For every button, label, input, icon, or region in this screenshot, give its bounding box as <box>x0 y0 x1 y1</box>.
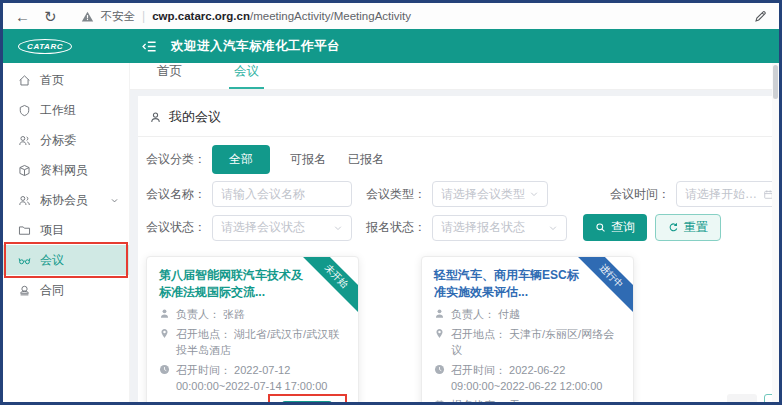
meeting-card[interactable]: 进行中 轻型汽车、商用车辆ESC标准实施效果评估... 负责人： 付越 召开地点… <box>421 256 634 405</box>
meeting-type-select[interactable]: 请选择会议类型 <box>432 181 548 207</box>
location-label: 召开地点： <box>176 328 231 340</box>
filters: 会议分类： 全部 可报名 已报名 会议名称： 会议类型： 请选择会议类型 <box>138 137 779 241</box>
sidebar-item-label: 分标委 <box>40 132 76 149</box>
reset-button[interactable]: 重置 <box>655 214 721 241</box>
sidebar-item-label: 资料网员 <box>40 162 88 179</box>
url-text: cwp.catarc.org.cn/meetingActivity/Meetin… <box>152 10 411 22</box>
owner-value: 张路 <box>223 308 245 320</box>
signup-status-label: 报名状态： <box>366 219 426 236</box>
tab-meeting[interactable]: 会议 <box>229 63 264 89</box>
meeting-type-placeholder: 请选择会议类型 <box>441 186 525 203</box>
signup-button[interactable]: 报 名 <box>282 401 332 405</box>
location-row: 召开地点： 天津市/东丽区/网络会议 <box>434 327 621 359</box>
my-meetings-panel: 我的会议 会议分类： 全部 可报名 已报名 会议名称： 会议类型： <box>138 96 779 405</box>
meeting-status-select[interactable]: 请选择会议状态 <box>212 215 352 241</box>
url-path: /meetingActivity/MeetingActivity <box>250 10 411 22</box>
sidebar-item-subcommittee[interactable]: 分标委 <box>3 125 129 155</box>
category-all-button[interactable]: 全部 <box>212 145 270 174</box>
users-icon <box>18 134 31 147</box>
security-warning-label: 不安全 <box>101 9 136 24</box>
meeting-name-input[interactable] <box>212 181 352 207</box>
sidebar-item-label: 工作组 <box>40 102 76 119</box>
location-pin-icon <box>159 328 170 339</box>
security-warning-icon <box>81 10 94 23</box>
time-row: 召开时间： 2022-07-12 00:00:00~2022-07-14 17:… <box>159 363 346 395</box>
app-header: CATARC 欢迎进入汽车标准化工作平台 <box>3 29 779 63</box>
owner-label: 负责人： <box>176 308 220 320</box>
tab-home[interactable]: 首页 <box>152 63 187 89</box>
search-button-label: 查询 <box>611 219 635 236</box>
reset-button-label: 重置 <box>684 219 708 236</box>
reload-icon[interactable]: ↻ <box>44 9 57 24</box>
scrollbar-thumb[interactable] <box>773 65 778 99</box>
address-bar[interactable]: 不安全 | cwp.catarc.org.cn/meetingActivity/… <box>81 9 754 24</box>
time-row: 召开时间： 2022-06-22 09:00:00~2022-06-22 12:… <box>434 363 621 395</box>
url-domain: cwp.catarc.org.cn <box>152 10 250 22</box>
signup-status-select[interactable]: 请选择报名状态 <box>432 215 567 241</box>
person-icon <box>159 308 170 319</box>
owner-row: 负责人： 张路 <box>159 307 346 323</box>
back-icon[interactable]: ← <box>15 9 30 24</box>
meeting-status-placeholder: 请选择会议状态 <box>221 219 305 236</box>
sidebar-item-label: 标协会员 <box>40 192 88 209</box>
chevron-down-icon <box>333 223 343 233</box>
url-separator: | <box>142 9 145 23</box>
sidebar-item-workgroup[interactable]: 工作组 <box>3 95 129 125</box>
signup-status-value: 无 <box>509 399 520 405</box>
sidebar-item-label: 首页 <box>40 72 64 89</box>
sidebar-item-label: 合同 <box>40 282 64 299</box>
location-label: 召开地点： <box>451 328 506 340</box>
content-area: 我的会议 会议分类： 全部 可报名 已报名 会议名称： 会议类型： <box>130 90 779 405</box>
home-icon <box>18 74 31 87</box>
badge-icon <box>18 104 31 117</box>
welcome-title: 欢迎进入汽车标准化工作平台 <box>171 38 340 55</box>
sidebar-item-association-member[interactable]: 标协会员 <box>3 185 129 215</box>
sidebar-item-data-member[interactable]: 资料网员 <box>3 155 129 185</box>
meeting-time-label: 会议时间： <box>610 186 670 203</box>
owner-label: 负责人： <box>451 308 495 320</box>
scrollbar[interactable] <box>772 63 779 402</box>
pen-icon[interactable] <box>754 10 767 23</box>
sidebar-item-home[interactable]: 首页 <box>3 65 129 95</box>
sidebar-item-label: 会议 <box>40 252 64 269</box>
signup-status-label: 报名状态： <box>451 399 506 405</box>
filter-row-2: 会议状态： 请选择会议状态 报名状态： 请选择报名状态 <box>146 214 779 241</box>
meeting-title[interactable]: 第八届智能网联汽车技术及标准法规国际交流... <box>159 267 310 302</box>
sidebar-toggle-icon[interactable] <box>142 39 157 54</box>
category-signed-button[interactable]: 已报名 <box>346 145 386 174</box>
sidebar-item-meeting[interactable]: 会议 <box>3 245 129 275</box>
category-row: 会议分类： 全部 可报名 已报名 <box>146 145 779 174</box>
clock-icon <box>159 364 170 375</box>
annotation-box-signup <box>268 394 347 405</box>
folder-icon <box>18 224 31 237</box>
tab-bar: 首页 会议 <box>130 63 779 90</box>
category-open-button[interactable]: 可报名 <box>288 145 328 174</box>
pagination-control[interactable] <box>727 394 757 405</box>
search-button[interactable]: 查询 <box>583 214 647 241</box>
sidebar: 首页 工作组 分标委 资料网员 标协会员 项目 <box>3 63 130 402</box>
browser-toolbar: ← ↻ 不安全 | cwp.catarc.org.cn/meetingActiv… <box>3 3 779 29</box>
meeting-status-label: 会议状态： <box>146 219 206 236</box>
owner-value: 付越 <box>498 308 520 320</box>
box-icon <box>18 164 31 177</box>
stamp-icon <box>18 284 31 297</box>
sidebar-item-contract[interactable]: 合同 <box>3 275 129 305</box>
panel-header: 我的会议 <box>138 96 779 137</box>
sidebar-item-label: 项目 <box>40 222 64 239</box>
filter-row-1: 会议名称： 会议类型： 请选择会议类型 会议时间： 请选择开始日期 <box>146 181 779 207</box>
time-label: 召开时间： <box>176 364 231 376</box>
calendar-icon <box>434 399 445 405</box>
search-icon <box>595 222 606 233</box>
location-pin-icon <box>434 328 445 339</box>
meeting-time-start-input[interactable]: 请选择开始日期 <box>676 181 782 207</box>
meeting-card[interactable]: 未开始 第八届智能网联汽车技术及标准法规国际交流... 负责人： 张路 召开地点… <box>146 256 359 405</box>
meeting-title[interactable]: 轻型汽车、商用车辆ESC标准实施效果评估... <box>434 267 585 302</box>
chevron-down-icon <box>529 189 539 199</box>
panel-title: 我的会议 <box>169 108 221 126</box>
clock-icon <box>434 364 445 375</box>
person-icon <box>149 111 162 124</box>
sidebar-item-project[interactable]: 项目 <box>3 215 129 245</box>
catarc-logo: CATARC <box>18 39 72 54</box>
refresh-icon <box>668 222 679 233</box>
app-window: ← ↻ 不安全 | cwp.catarc.org.cn/meetingActiv… <box>0 0 782 405</box>
